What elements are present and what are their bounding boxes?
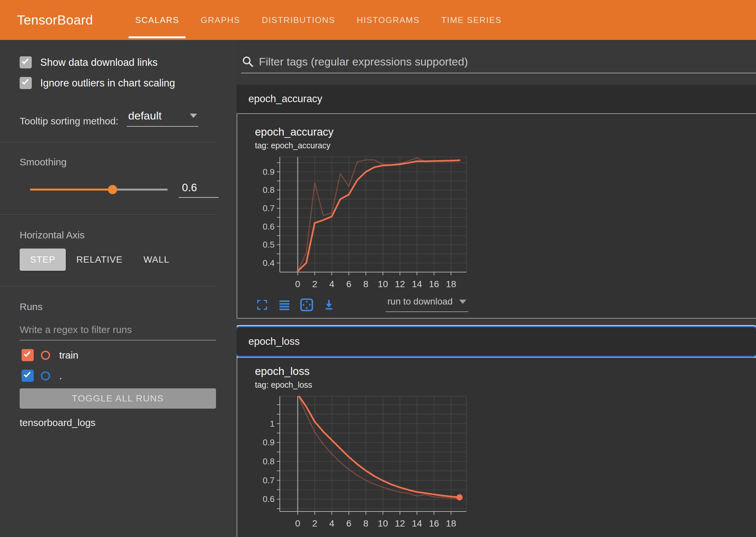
svg-text:0.8: 0.8: [263, 185, 275, 195]
smoothing-slider[interactable]: [30, 185, 168, 194]
pane-header-epoch-loss[interactable]: epoch_loss: [237, 327, 756, 356]
tab-bar: SCALARS GRAPHS DISTRIBUTIONS HISTOGRAMS …: [124, 0, 512, 40]
filter-tags-row: [241, 55, 756, 73]
run-dot-label: .: [59, 370, 62, 382]
tab-scalars[interactable]: SCALARS: [129, 0, 186, 40]
svg-text:14: 14: [412, 279, 422, 289]
chart-toolbar: run to download: [255, 296, 468, 312]
download-icon[interactable]: [322, 298, 336, 312]
tab-histograms[interactable]: HISTOGRAMS: [350, 0, 426, 40]
run-train-label: train: [59, 350, 78, 361]
tooltip-sorting-row: Tooltip sorting method: default: [0, 109, 237, 127]
relative-axis-button[interactable]: RELATIVE: [66, 249, 133, 271]
epoch-accuracy-chart[interactable]: 0.40.50.60.70.80.9024681012141618: [255, 152, 468, 294]
runs-directory-label: tensorboard_logs: [0, 417, 237, 428]
smoothing-label: Smoothing: [0, 156, 237, 168]
caret-down-icon: [459, 300, 466, 304]
check-icon: [24, 370, 31, 378]
svg-text:0: 0: [295, 518, 300, 528]
chart-title: epoch_accuracy: [255, 126, 756, 138]
ignore-outliers-row[interactable]: Ignore outliers in chart scaling: [0, 77, 237, 89]
run-train-checkbox[interactable]: [21, 349, 34, 361]
fullscreen-icon[interactable]: [255, 298, 269, 312]
main-content: epoch_accuracy epoch_accuracy tag: epoch…: [237, 40, 756, 537]
run-row-dot[interactable]: .: [0, 370, 237, 382]
show-download-links-label: Show data download links: [40, 57, 157, 68]
svg-text:4: 4: [329, 279, 334, 289]
svg-text:0.7: 0.7: [263, 475, 275, 485]
tab-distributions[interactable]: DISTRIBUTIONS: [255, 0, 342, 40]
filter-tags-input[interactable]: [259, 55, 756, 68]
horizontal-axis-button-group: STEP RELATIVE WALL: [0, 249, 237, 271]
svg-text:6: 6: [346, 518, 352, 528]
svg-text:18: 18: [446, 518, 456, 528]
tooltip-sorting-select[interactable]: default: [127, 109, 198, 127]
run-train-color-circle-icon: [41, 351, 50, 360]
pane-epoch-accuracy: epoch_accuracy epoch_accuracy tag: epoch…: [237, 84, 756, 319]
svg-text:1: 1: [270, 419, 275, 429]
toggle-all-runs-button[interactable]: TOGGLE ALL RUNS: [19, 388, 216, 409]
epoch-loss-chart[interactable]: 0.60.70.80.91024681012141618: [255, 392, 468, 533]
chart-tag: tag: epoch_loss: [255, 380, 756, 390]
check-icon: [24, 350, 31, 357]
smoothing-value-field[interactable]: 0.6: [179, 182, 219, 198]
svg-text:12: 12: [395, 279, 405, 289]
svg-text:12: 12: [395, 518, 405, 528]
run-to-download-select[interactable]: run to download: [386, 296, 468, 312]
chart-toolbar-icons: [255, 298, 336, 312]
svg-text:0.9: 0.9: [263, 437, 275, 447]
runs-regex-input[interactable]: [19, 322, 216, 341]
pane-header-epoch-accuracy[interactable]: epoch_accuracy: [237, 84, 756, 113]
svg-text:0.6: 0.6: [263, 494, 275, 504]
run-to-download-label: run to download: [388, 536, 453, 537]
svg-text:10: 10: [378, 518, 388, 528]
app-header: TensorBoard SCALARS GRAPHS DISTRIBUTIONS…: [0, 0, 756, 40]
pane-title: epoch_accuracy: [248, 93, 322, 105]
svg-text:0: 0: [295, 279, 300, 289]
svg-text:0.6: 0.6: [263, 222, 275, 231]
check-icon: [22, 57, 29, 64]
wall-axis-button[interactable]: WALL: [133, 249, 180, 271]
pane-epoch-loss: epoch_loss epoch_loss tag: epoch_loss 0.…: [237, 327, 756, 537]
pane-title: epoch_loss: [248, 336, 300, 348]
svg-text:14: 14: [412, 518, 422, 528]
scalar-card-epoch-loss: epoch_loss tag: epoch_loss 0.60.70.80.91…: [237, 357, 756, 537]
svg-text:0.4: 0.4: [263, 258, 275, 268]
scalar-card-epoch-accuracy: epoch_accuracy tag: epoch_accuracy 0.40.…: [237, 113, 756, 319]
show-download-links-checkbox[interactable]: [19, 56, 32, 68]
svg-text:4: 4: [329, 518, 334, 528]
run-to-download-label: run to download: [388, 296, 453, 307]
run-row-train[interactable]: train: [0, 349, 237, 361]
chart-toolbar: run to download: [255, 536, 468, 537]
ignore-outliers-label: Ignore outliers in chart scaling: [40, 77, 175, 89]
run-to-download-select[interactable]: run to download: [386, 536, 468, 537]
horizontal-axis-label: Horizontal Axis: [0, 229, 237, 241]
settings-sidebar: Show data download links Ignore outliers…: [0, 40, 237, 537]
svg-text:2: 2: [312, 279, 318, 289]
fit-domain-icon[interactable]: [299, 298, 314, 312]
ignore-outliers-checkbox[interactable]: [19, 77, 32, 89]
svg-text:0.7: 0.7: [263, 203, 275, 213]
svg-text:8: 8: [363, 518, 368, 528]
sidebar-divider: [0, 214, 216, 215]
slider-thumb[interactable]: [108, 185, 117, 194]
tab-time-series[interactable]: TIME SERIES: [435, 0, 508, 40]
run-dot-checkbox[interactable]: [21, 370, 34, 382]
runs-selector-icon[interactable]: [277, 298, 292, 312]
check-icon: [22, 78, 29, 85]
show-download-links-row[interactable]: Show data download links: [0, 56, 237, 68]
search-icon: [241, 55, 254, 68]
slider-fill: [30, 188, 113, 190]
tooltip-sorting-label: Tooltip sorting method:: [19, 116, 119, 127]
sidebar-divider: [0, 286, 216, 286]
caret-down-icon: [190, 114, 197, 118]
svg-text:0.9: 0.9: [263, 167, 275, 177]
svg-text:0.5: 0.5: [263, 240, 275, 250]
step-axis-button[interactable]: STEP: [19, 249, 66, 271]
tab-graphs[interactable]: GRAPHS: [194, 0, 247, 40]
svg-text:8: 8: [363, 279, 368, 289]
app-title: TensorBoard: [17, 0, 93, 40]
sidebar-divider: [0, 142, 216, 142]
svg-text:2: 2: [312, 518, 318, 528]
chart-tag: tag: epoch_accuracy: [255, 141, 756, 150]
